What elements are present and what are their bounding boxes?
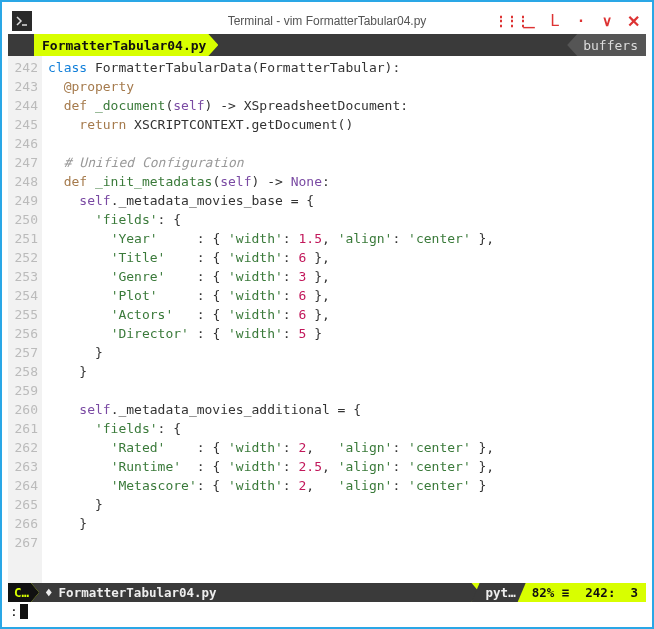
line-number: 250 bbox=[8, 210, 38, 229]
line-number: 246 bbox=[8, 134, 38, 153]
code-line[interactable]: # Unified Configuration bbox=[48, 153, 646, 172]
dot-button[interactable]: · bbox=[572, 12, 590, 30]
command-line[interactable]: : bbox=[8, 602, 646, 621]
line-number: 252 bbox=[8, 248, 38, 267]
code-line[interactable]: 'Runtime' : { 'width': 2.5, 'align': 'ce… bbox=[48, 457, 646, 476]
code-line[interactable]: def _document(self) -> XSpreadsheetDocum… bbox=[48, 96, 646, 115]
line-number: 260 bbox=[8, 400, 38, 419]
code-line[interactable]: 'Actors' : { 'width': 6 }, bbox=[48, 305, 646, 324]
code-line[interactable]: def _init_metadatas(self) -> None: bbox=[48, 172, 646, 191]
code-line[interactable]: 'Title' : { 'width': 6 }, bbox=[48, 248, 646, 267]
tab-active[interactable]: FormatterTabular04.py bbox=[34, 34, 218, 56]
dropdown-button[interactable]: ∨ bbox=[598, 13, 616, 29]
code-line[interactable]: 'Year' : { 'width': 1.5, 'align': 'cente… bbox=[48, 229, 646, 248]
line-number: 265 bbox=[8, 495, 38, 514]
titlebar: Terminal - vim FormatterTabular04.py ⋮⋮⋮… bbox=[8, 8, 646, 34]
code-line[interactable]: 'Director' : { 'width': 5 } bbox=[48, 324, 646, 343]
window-title: Terminal - vim FormatterTabular04.py bbox=[228, 14, 427, 28]
line-number: 261 bbox=[8, 419, 38, 438]
code-line[interactable] bbox=[48, 134, 646, 153]
buffers-label: buffers bbox=[583, 38, 638, 53]
minimize-button[interactable]: ＿ bbox=[520, 11, 538, 32]
line-number: 254 bbox=[8, 286, 38, 305]
code-line[interactable]: self._metadata_movies_additional = { bbox=[48, 400, 646, 419]
cursor bbox=[20, 604, 28, 619]
code-area[interactable]: 2422432442452462472482492502512522532542… bbox=[8, 56, 646, 583]
line-number: 253 bbox=[8, 267, 38, 286]
code-line[interactable] bbox=[48, 381, 646, 400]
code-line[interactable]: class FormatterTabularData(FormatterTabu… bbox=[48, 58, 646, 77]
code-line[interactable]: } bbox=[48, 514, 646, 533]
line-number: 259 bbox=[8, 381, 38, 400]
line-number: 251 bbox=[8, 229, 38, 248]
status-filetype: pyt… bbox=[472, 583, 526, 602]
line-number: 264 bbox=[8, 476, 38, 495]
terminal-icon bbox=[12, 11, 32, 31]
line-number: 249 bbox=[8, 191, 38, 210]
statusbar: C… ♦FormatterTabular04.py pyt… 82% ≡ 242… bbox=[8, 583, 646, 602]
terminal-window: Terminal - vim FormatterTabular04.py ⋮⋮⋮… bbox=[0, 0, 654, 629]
code-line[interactable]: return XSCRIPTCONTEXT.getDocument() bbox=[48, 115, 646, 134]
line-number: 258 bbox=[8, 362, 38, 381]
code-line[interactable]: 'Plot' : { 'width': 6 }, bbox=[48, 286, 646, 305]
editor: FormatterTabular04.py buffers 2422432442… bbox=[8, 34, 646, 621]
code-line[interactable]: self._metadata_movies_base = { bbox=[48, 191, 646, 210]
line-number: 255 bbox=[8, 305, 38, 324]
line-number: 262 bbox=[8, 438, 38, 457]
code-line[interactable] bbox=[48, 533, 646, 552]
window-controls: ⋮⋮⋮ ＿ L · ∨ ✕ bbox=[494, 8, 642, 34]
code-line[interactable]: } bbox=[48, 362, 646, 381]
status-percent: 82% ≡ bbox=[518, 583, 578, 602]
code-content[interactable]: class FormatterTabularData(FormatterTabu… bbox=[42, 56, 646, 583]
line-number: 242 bbox=[8, 58, 38, 77]
code-line[interactable]: @property bbox=[48, 77, 646, 96]
code-line[interactable]: 'fields': { bbox=[48, 210, 646, 229]
code-line[interactable]: } bbox=[48, 495, 646, 514]
line-number: 267 bbox=[8, 533, 38, 552]
line-gutter: 2422432442452462472482492502512522532542… bbox=[8, 56, 42, 583]
line-number: 248 bbox=[8, 172, 38, 191]
line-number: 257 bbox=[8, 343, 38, 362]
code-line[interactable]: 'Metascore': { 'width': 2, 'align': 'cen… bbox=[48, 476, 646, 495]
code-line[interactable]: 'Genre' : { 'width': 3 }, bbox=[48, 267, 646, 286]
line-number: 245 bbox=[8, 115, 38, 134]
code-line[interactable]: 'fields': { bbox=[48, 419, 646, 438]
grip-icon[interactable]: ⋮⋮⋮ bbox=[494, 13, 512, 29]
line-number: 247 bbox=[8, 153, 38, 172]
code-line[interactable]: } bbox=[48, 343, 646, 362]
tab-label: FormatterTabular04.py bbox=[42, 38, 206, 53]
tabbar: FormatterTabular04.py buffers bbox=[8, 34, 646, 56]
line-number: 263 bbox=[8, 457, 38, 476]
line-number: 243 bbox=[8, 77, 38, 96]
buffers-indicator[interactable]: buffers bbox=[567, 34, 646, 56]
code-line[interactable]: 'Rated' : { 'width': 2, 'align': 'center… bbox=[48, 438, 646, 457]
line-number: 266 bbox=[8, 514, 38, 533]
status-file: ♦FormatterTabular04.py bbox=[31, 583, 480, 602]
close-button[interactable]: ✕ bbox=[624, 12, 642, 31]
maximize-button[interactable]: L bbox=[546, 12, 564, 30]
line-number: 256 bbox=[8, 324, 38, 343]
line-number: 244 bbox=[8, 96, 38, 115]
cmd-prompt: : bbox=[10, 604, 18, 619]
status-position: 242: 3 bbox=[577, 583, 646, 602]
